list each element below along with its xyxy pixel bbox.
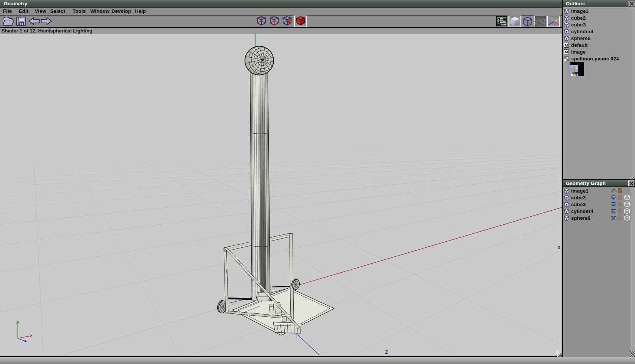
svg-text:Z: Z bbox=[385, 350, 388, 355]
svg-text:M: M bbox=[565, 43, 568, 47]
svg-text:X: X bbox=[558, 245, 561, 250]
svg-text:M: M bbox=[565, 50, 568, 54]
